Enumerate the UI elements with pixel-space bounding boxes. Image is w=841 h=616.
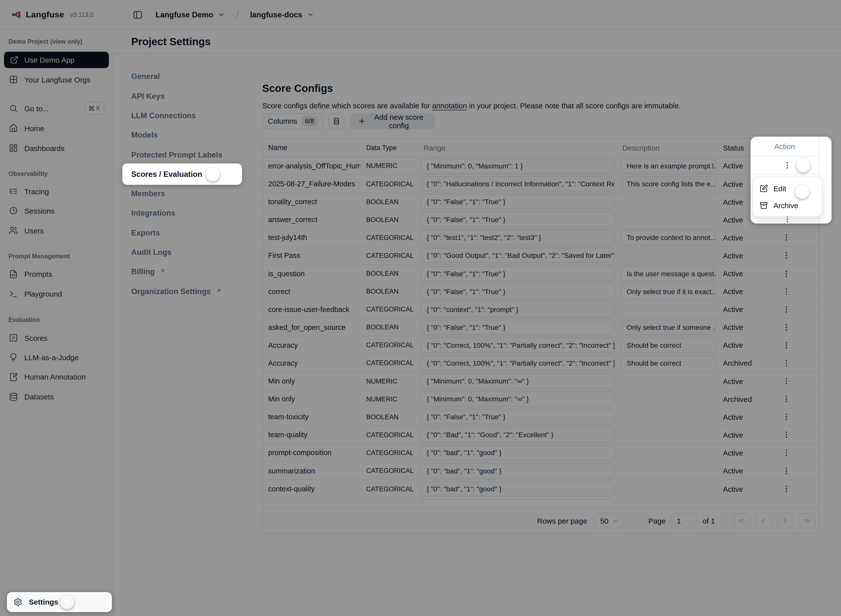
- menu-item-edit[interactable]: Edit: [753, 180, 821, 197]
- row-border: [750, 174, 819, 174]
- menu-item-archive[interactable]: Archive: [753, 197, 821, 214]
- tour-badge-3: 3: [796, 158, 810, 172]
- tour-badge-4: 4: [795, 185, 809, 199]
- edit-label: Edit: [773, 185, 786, 193]
- settings-label: Settings: [29, 598, 58, 606]
- row-actions-dots-icon[interactable]: [782, 161, 791, 170]
- archive-label: Archive: [773, 201, 798, 210]
- archive-icon: [760, 201, 768, 210]
- tour-dim-overlay: [0, 0, 841, 616]
- scores-evaluation-spotlight[interactable]: Scores / Evaluation: [122, 164, 242, 185]
- settings-button-spotlight[interactable]: Settings: [7, 592, 112, 612]
- row-actions-menu: Edit Archive: [753, 177, 822, 216]
- settings-nav-item-scores-evaluation[interactable]: Scores / Evaluation: [131, 170, 202, 179]
- sidebar-item-settings[interactable]: Settings: [9, 593, 110, 610]
- gear-icon: [13, 597, 22, 606]
- square-pen-icon: [760, 185, 768, 193]
- action-column-header: Action: [750, 136, 819, 156]
- app-window: Langfuse v3.113.0 Demo Project (view onl…: [0, 0, 841, 616]
